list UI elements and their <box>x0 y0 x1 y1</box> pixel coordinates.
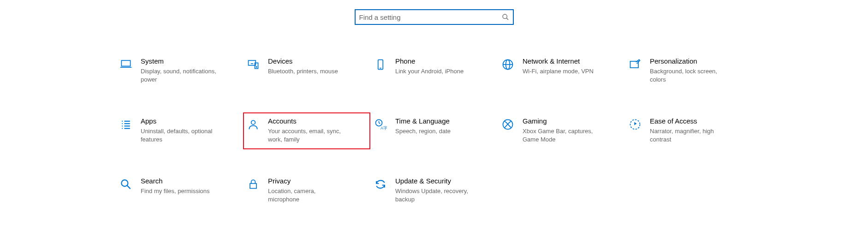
tile-title: Phone <box>395 57 464 65</box>
laptop-icon <box>117 57 135 71</box>
tile-devices[interactable]: Devices Bluetooth, printers, mouse <box>243 53 370 89</box>
svg-line-1 <box>506 18 508 20</box>
tile-subtitle: Bluetooth, printers, mouse <box>268 67 338 76</box>
tile-subtitle: Narrator, magnifier, high contrast <box>650 127 727 143</box>
sync-icon <box>371 177 390 191</box>
magnifier-icon <box>117 177 135 191</box>
search-box[interactable] <box>355 9 514 25</box>
tile-title: Search <box>141 177 210 185</box>
svg-line-25 <box>379 123 380 124</box>
tile-subtitle: Windows Update, recovery, backup <box>395 187 473 203</box>
svg-point-0 <box>503 14 507 18</box>
tile-subtitle: Wi-Fi, airplane mode, VPN <box>523 67 594 76</box>
time-language-icon: A字 <box>371 117 390 131</box>
xbox-icon <box>499 117 517 131</box>
tile-phone[interactable]: Phone Link your Android, iPhone <box>370 53 498 89</box>
search-icon <box>502 13 509 21</box>
tile-title: Accounts <box>268 117 345 125</box>
tile-subtitle: Display, sound, notifications, power <box>141 67 218 83</box>
tile-subtitle: Speech, region, date <box>395 127 451 135</box>
svg-line-30 <box>127 186 131 189</box>
person-icon <box>244 117 262 131</box>
tile-title: Privacy <box>268 177 345 185</box>
tile-privacy[interactable]: Privacy Location, camera, microphone <box>243 172 370 209</box>
tile-title: System <box>141 57 218 65</box>
tile-search[interactable]: Search Find my files, permissions <box>116 172 243 209</box>
svg-rect-13 <box>630 61 639 68</box>
tile-title: Apps <box>141 117 218 125</box>
phone-icon <box>371 57 390 71</box>
globe-icon <box>499 57 517 71</box>
tile-time-language[interactable]: A字 Time & Language Speech, region, date <box>370 112 498 149</box>
svg-point-29 <box>121 180 128 186</box>
tile-subtitle: Find my files, permissions <box>141 187 210 195</box>
tile-ease-of-access[interactable]: Ease of Access Narrator, magnifier, high… <box>625 112 752 149</box>
tile-network[interactable]: Network & Internet Wi-Fi, airplane mode,… <box>498 53 625 89</box>
tile-title: Update & Security <box>395 177 473 185</box>
tile-update-security[interactable]: Update & Security Windows Update, recove… <box>370 172 498 209</box>
lock-icon <box>244 177 262 191</box>
tile-subtitle: Xbox Game Bar, captures, Game Mode <box>523 127 600 143</box>
tile-title: Personalization <box>650 57 727 65</box>
tile-subtitle: Link your Android, iPhone <box>395 67 464 76</box>
svg-rect-31 <box>250 183 256 188</box>
tile-subtitle: Location, camera, microphone <box>268 187 345 203</box>
tile-accounts[interactable]: Accounts Your accounts, email, sync, wor… <box>243 112 370 149</box>
tile-title: Devices <box>268 57 338 65</box>
tile-title: Ease of Access <box>650 117 727 125</box>
settings-grid: System Display, sound, notifications, po… <box>111 53 757 209</box>
tile-title: Gaming <box>523 117 600 125</box>
tile-gaming[interactable]: Gaming Xbox Game Bar, captures, Game Mod… <box>498 112 625 149</box>
svg-text:A字: A字 <box>380 126 387 130</box>
devices-icon <box>244 57 262 71</box>
tile-title: Network & Internet <box>523 57 594 65</box>
ease-of-access-icon <box>626 117 644 131</box>
tile-title: Time & Language <box>395 117 451 125</box>
search-input[interactable] <box>359 13 502 21</box>
paint-icon <box>626 57 644 71</box>
svg-point-22 <box>251 120 256 124</box>
tile-subtitle: Your accounts, email, sync, work, family <box>268 127 345 143</box>
tile-subtitle: Background, lock screen, colors <box>650 67 727 83</box>
tile-apps[interactable]: Apps Uninstall, defaults, optional featu… <box>116 112 243 149</box>
svg-rect-2 <box>121 60 130 66</box>
tile-subtitle: Uninstall, defaults, optional features <box>141 127 218 143</box>
svg-point-7 <box>256 66 257 67</box>
tile-personalization[interactable]: Personalization Background, lock screen,… <box>625 53 752 89</box>
apps-list-icon <box>117 117 135 131</box>
tile-system[interactable]: System Display, sound, notifications, po… <box>116 53 243 89</box>
